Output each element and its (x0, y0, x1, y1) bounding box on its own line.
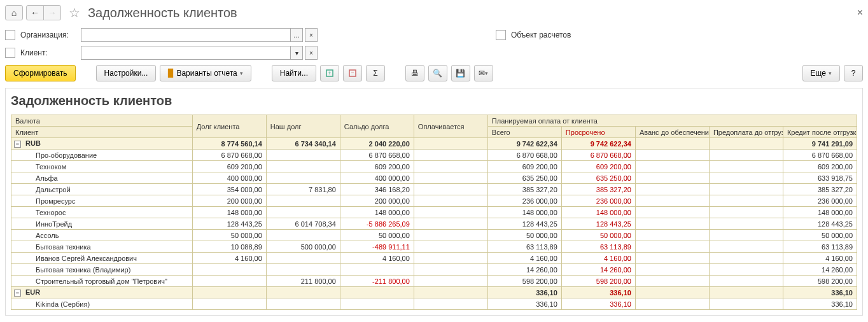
report-area: Задолженность клиентов Валюта Долг клиен… (5, 88, 863, 316)
group-row[interactable]: −RUB8 774 560,146 734 340,142 040 220,00… (11, 138, 857, 150)
client-checkbox[interactable] (5, 48, 15, 58)
more-button[interactable]: Еще (802, 65, 840, 81)
th-paying: Оплачивается (414, 115, 487, 138)
th-prepay: Предоплата до отгрузки (709, 127, 783, 138)
th-plan-group: Планируемая оплата от клиента (487, 115, 857, 127)
preview-icon[interactable]: 🔍 (428, 65, 447, 81)
client-row[interactable]: Строительный торговый дом "Петрович"211 … (11, 276, 857, 287)
client-dropdown-button[interactable]: ▾ (290, 46, 303, 60)
home-button[interactable]: ⌂ (5, 5, 23, 20)
report-title: Задолженность клиентов (11, 94, 857, 108)
sum-icon[interactable]: Σ (366, 65, 385, 81)
client-row[interactable]: Промресурс200 000,00200 000,00236 000,00… (11, 195, 857, 207)
th-our-debt: Наш долг (266, 115, 340, 138)
page-title: Задолженность клиентов (88, 6, 237, 20)
filters-panel: Организация: … × Объект расчетов Клиент:… (5, 28, 863, 60)
collapse-toggle[interactable]: − (14, 141, 21, 148)
org-input[interactable] (81, 28, 291, 42)
client-input[interactable] (81, 46, 291, 60)
client-label: Клиент: (20, 48, 81, 57)
settings-button[interactable]: Настройки... (96, 65, 157, 81)
calc-object-label: Объект расчетов (511, 31, 571, 39)
svg-text:−: − (351, 69, 354, 76)
org-checkbox[interactable] (5, 30, 15, 40)
org-label: Организация: (20, 31, 81, 39)
expand-icon[interactable]: + (320, 65, 339, 81)
client-row[interactable]: Техноком609 200,00609 200,00609 200,0060… (11, 161, 857, 172)
back-button[interactable]: ← (26, 5, 44, 20)
th-currency: Валюта (11, 115, 193, 127)
client-row[interactable]: Бытовая техника (Владимир)14 260,0014 26… (11, 264, 857, 276)
client-row[interactable]: Про-оборудование6 870 668,006 870 668,00… (11, 150, 857, 161)
print-icon[interactable]: 🖶 (405, 65, 424, 81)
svg-text:+: + (328, 70, 331, 76)
find-button[interactable]: Найти... (272, 65, 316, 81)
group-row[interactable]: −EUR336,10336,10336,10 (11, 287, 857, 298)
client-row[interactable]: Иванов Сергей Александрович4 160,004 160… (11, 253, 857, 264)
forward-button[interactable]: → (43, 5, 61, 20)
calc-object-checkbox[interactable] (496, 30, 506, 40)
org-select-button[interactable]: … (290, 28, 303, 42)
email-icon[interactable]: ✉ (474, 65, 493, 81)
client-row[interactable]: Ассоль50 000,0050 000,0050 000,0050 000,… (11, 230, 857, 241)
collapse-icon[interactable]: − (343, 65, 362, 81)
client-row[interactable]: Бытовая техника10 088,89500 000,00-489 9… (11, 241, 857, 253)
generate-button[interactable]: Сформировать (5, 65, 76, 81)
nav-bar: ⌂ ← → ☆ Задолженность клиентов × (5, 5, 863, 20)
client-row[interactable]: ИнноТрейд128 443,256 014 708,34-5 886 26… (11, 218, 857, 230)
th-client: Клиент (11, 127, 193, 138)
variants-button[interactable]: ▉Варианты отчета (160, 65, 251, 81)
favorite-icon[interactable]: ☆ (69, 5, 80, 20)
help-button[interactable]: ? (844, 65, 863, 81)
report-table: Валюта Долг клиента Наш долг Сальдо долг… (11, 115, 857, 310)
client-row[interactable]: Альфа400 000,00400 000,00635 250,00635 2… (11, 172, 857, 184)
toolbar: Сформировать Настройки... ▉Варианты отче… (5, 65, 863, 81)
th-debt-client: Долг клиента (192, 115, 266, 138)
th-total: Всего (487, 127, 561, 138)
th-overdue: Просрочено (561, 127, 635, 138)
client-row[interactable]: Технорос148 000,00148 000,00148 000,0014… (11, 207, 857, 218)
th-credit: Кредит после отгрузки (783, 127, 857, 138)
client-row[interactable]: Kikinda (Сербия)336,10336,10336,10 (11, 298, 857, 310)
org-clear-button[interactable]: × (305, 28, 318, 42)
client-row[interactable]: Дальстрой354 000,007 831,80346 168,20385… (11, 184, 857, 195)
th-balance: Сальдо долга (340, 115, 414, 138)
client-clear-button[interactable]: × (305, 46, 318, 60)
collapse-toggle[interactable]: − (14, 290, 21, 297)
close-button[interactable]: × (857, 7, 863, 18)
save-icon[interactable]: 💾 (451, 65, 470, 81)
th-advance: Аванс до обеспечения (635, 127, 709, 138)
